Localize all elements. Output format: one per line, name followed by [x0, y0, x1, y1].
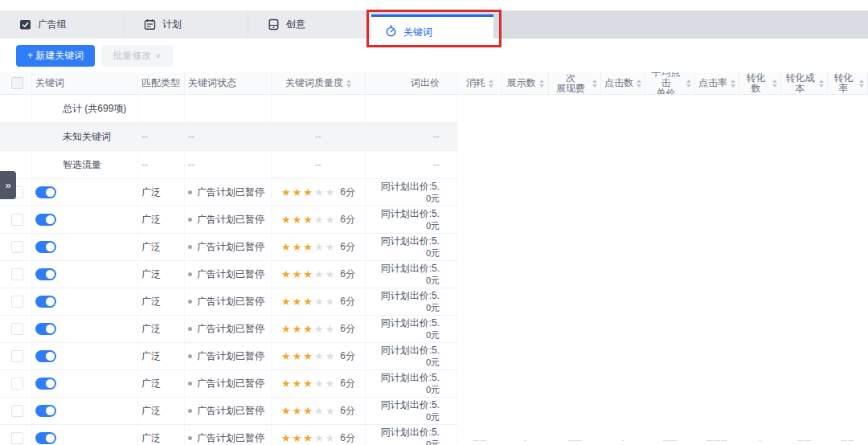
cell-keyword-name	[32, 206, 138, 234]
status-dot-icon	[188, 300, 192, 304]
tab-keyword[interactable]: 关键词	[371, 14, 493, 47]
row-checkbox[interactable]	[11, 323, 23, 335]
star-icon: ★	[293, 405, 302, 417]
cell-match-type: 广泛	[138, 261, 185, 288]
keyword-enable-toggle[interactable]	[35, 405, 56, 417]
cell-keyword-quality: ★★★★★6分	[272, 370, 366, 398]
cell-select	[0, 234, 32, 261]
sort-icon[interactable]	[489, 80, 493, 88]
star-icon: ★	[314, 241, 324, 253]
row-checkbox[interactable]	[11, 350, 23, 362]
sort-up-caret	[819, 80, 824, 83]
row-checkbox[interactable]	[11, 296, 23, 308]
cell-keyword-name	[32, 179, 138, 206]
row-checkbox[interactable]	[11, 405, 23, 417]
keyword-enable-toggle[interactable]	[35, 432, 56, 444]
star-icon: ★	[281, 186, 291, 198]
keyword-enable-toggle[interactable]	[35, 350, 56, 362]
row-checkbox[interactable]	[11, 268, 23, 280]
row-checkbox[interactable]	[11, 241, 23, 253]
cell-keyword-status: 广告计划已暂停	[185, 234, 272, 261]
keyword-enable-toggle[interactable]	[35, 323, 56, 335]
column-label: 关键词状态	[188, 78, 236, 88]
col-clicks[interactable]: 点击数	[601, 72, 645, 95]
batch-edit-button[interactable]: 批量修改 ∨	[101, 45, 172, 67]
keyword-enable-toggle[interactable]	[35, 186, 56, 198]
cell-word-bid[interactable]: 同计划出价:5.0元	[366, 261, 458, 288]
cell-keyword-status: 广告计划已暂停	[185, 425, 272, 445]
star-icon: ★	[326, 405, 335, 417]
status-dot-icon	[188, 354, 192, 358]
cell-word-bid[interactable]: 同计划出价:5.0元	[366, 370, 458, 398]
star-icon: ★	[281, 350, 291, 362]
cell-word-bid[interactable]: 同计划出价:5.0元	[366, 343, 458, 370]
row-checkbox[interactable]	[11, 432, 23, 444]
cell-word-bid[interactable]: 同计划出价:5.0元	[366, 288, 458, 316]
sort-up-caret	[731, 80, 735, 83]
cell-keyword-name	[32, 425, 138, 445]
col-impressions[interactable]: 展示数	[502, 72, 549, 95]
cell-select	[0, 206, 32, 234]
keyword-enable-toggle[interactable]	[35, 214, 56, 226]
star-icon: ★	[326, 323, 335, 335]
cell-match-type: 广泛	[138, 316, 185, 343]
star-icon: ★	[314, 432, 324, 444]
new-keyword-button[interactable]: + 新建关键词	[16, 45, 95, 67]
cell-word-bid[interactable]: 同计划出价:5.0元	[366, 206, 458, 234]
dash-value: --	[188, 159, 194, 170]
status-dot-icon	[188, 190, 192, 194]
quality-score: 6分	[340, 431, 355, 445]
col-ctr[interactable]: 点击率	[695, 72, 739, 95]
tab-creative[interactable]: 创意	[248, 10, 371, 39]
cell-keyword-name: 智选流量	[32, 151, 138, 179]
cell-select	[0, 370, 32, 398]
dash-value: --	[315, 131, 321, 142]
tab-ad-group[interactable]: 广告组	[0, 10, 124, 39]
status-text: 广告计划已暂停	[197, 377, 264, 390]
cell-select	[0, 398, 32, 425]
sidebar-expand-handle[interactable]: »	[0, 171, 16, 199]
row-checkbox[interactable]	[11, 214, 23, 226]
status-text: 广告计划已暂停	[197, 404, 264, 418]
select-all-checkbox[interactable]	[11, 77, 23, 89]
keyword-enable-toggle[interactable]	[35, 268, 56, 280]
col-keyword_quality[interactable]: 关键词质量度	[272, 72, 366, 95]
sort-icon[interactable]	[772, 80, 777, 88]
star-icon: ★	[293, 296, 302, 308]
tab-plan[interactable]: 计划	[124, 10, 248, 39]
col-avg_cpm[interactable]: 平均千次 展现费用	[549, 72, 601, 95]
keyword-enable-toggle[interactable]	[35, 296, 56, 308]
column-label: 点击数	[604, 78, 633, 88]
keyword-enable-toggle[interactable]	[35, 378, 56, 390]
cell-keyword-quality: --	[272, 151, 366, 179]
keyword-enable-toggle[interactable]	[35, 241, 56, 253]
col-cost[interactable]: 消耗	[458, 72, 502, 95]
col-conversions[interactable]: 转化数	[739, 72, 781, 95]
sort-up-caret	[539, 80, 544, 83]
col-conversion_rate[interactable]: 转化率	[828, 72, 868, 95]
sort-icon[interactable]	[346, 80, 351, 88]
bid-text-line1: 同计划出价:5.	[381, 181, 440, 193]
col-select	[0, 72, 32, 95]
column-label: 点击率	[698, 78, 727, 88]
row-checkbox[interactable]	[11, 378, 23, 390]
column-label: 转化率	[831, 73, 856, 94]
sort-icon[interactable]	[731, 80, 735, 88]
sort-icon[interactable]	[637, 80, 641, 88]
star-icon: ★	[293, 268, 302, 280]
sort-icon[interactable]	[592, 80, 597, 88]
sort-up-caret	[592, 80, 597, 83]
cell-word-bid[interactable]: 同计划出价:5.0元	[366, 316, 458, 343]
col-avg_cpc[interactable]: 平均点击 单价	[645, 72, 695, 95]
sort-icon[interactable]	[859, 80, 864, 88]
sort-icon[interactable]	[539, 80, 544, 88]
cell-word-bid[interactable]: 同计划出价:5.0元	[366, 398, 458, 425]
cell-word-bid[interactable]: 同计划出价:5.0元	[366, 234, 458, 261]
cell-word-bid[interactable]: 同计划出价:5.0元	[366, 425, 458, 445]
sort-icon[interactable]	[819, 80, 824, 88]
col-conversion_cost[interactable]: 转化成本	[781, 72, 828, 95]
sort-icon[interactable]	[686, 80, 691, 88]
quality-score: 6分	[340, 240, 355, 254]
cell-word-bid[interactable]: 同计划出价:5.0元	[366, 179, 458, 206]
batch-edit-label: 批量修改	[113, 49, 151, 63]
